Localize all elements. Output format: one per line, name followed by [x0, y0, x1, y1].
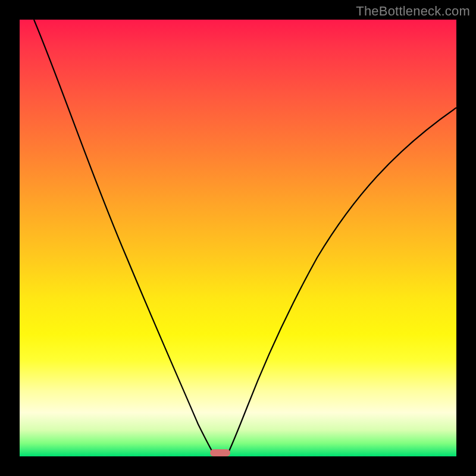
bottleneck-marker [210, 449, 230, 456]
chart-container: TheBottleneck.com [0, 0, 476, 476]
curve-layer [20, 20, 456, 456]
right-curve [227, 108, 456, 455]
watermark-text: TheBottleneck.com [356, 4, 470, 19]
plot-area [20, 20, 456, 456]
left-curve [34, 20, 214, 455]
